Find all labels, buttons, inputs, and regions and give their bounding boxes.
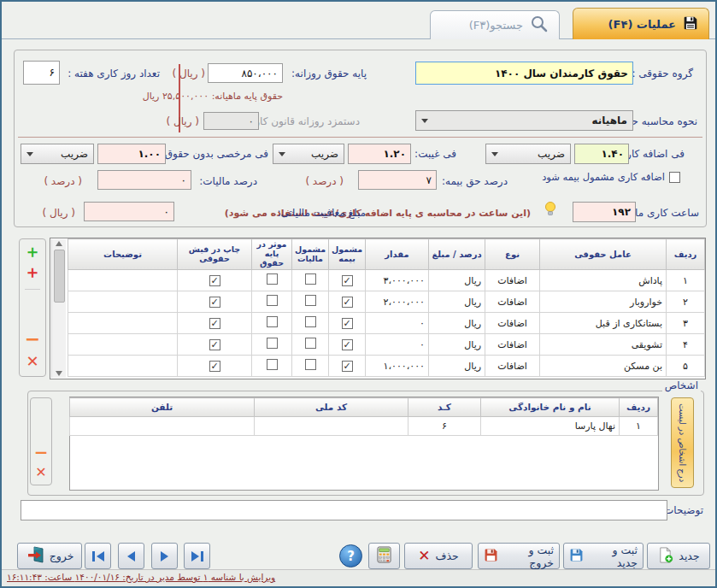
scroll-down-icon[interactable]: [56, 371, 62, 376]
row-num-cell[interactable]: ۳: [667, 313, 705, 334]
factor-amount-cell[interactable]: ۰: [366, 313, 429, 334]
unpaid-leave-input[interactable]: ۱.۰۰: [97, 144, 166, 164]
nav-last-button[interactable]: [184, 543, 210, 569]
person-row-num-cell[interactable]: ۱: [620, 417, 658, 436]
insurance-pct-input[interactable]: ۷: [358, 170, 437, 190]
daily-base-input[interactable]: ۸۵۰،۰۰۰: [208, 63, 283, 83]
taxable-cell[interactable]: [292, 291, 329, 313]
factor-type-cell[interactable]: اضافات: [485, 270, 540, 291]
person-phone-cell[interactable]: [70, 417, 255, 436]
factor-notes-cell[interactable]: [68, 270, 178, 291]
factor-type-cell[interactable]: اضافات: [485, 334, 540, 356]
insured-cell[interactable]: [329, 334, 366, 356]
factor-notes-cell[interactable]: [68, 334, 178, 356]
insert-persons-list-tab[interactable]: درج اشخاص در لیست: [671, 397, 694, 488]
taxable-checkbox[interactable]: [305, 273, 316, 285]
print-cell[interactable]: [178, 356, 252, 377]
factor-unit-cell[interactable]: ریال: [429, 270, 485, 291]
in-base-cell[interactable]: [252, 270, 292, 291]
factor-amount-cell[interactable]: ۱،۰۰۰،۰۰۰: [366, 356, 429, 377]
taxable-checkbox[interactable]: [305, 338, 316, 349]
taxable-checkbox[interactable]: [305, 316, 316, 327]
insured-cell[interactable]: [329, 313, 366, 334]
scroll-up-icon[interactable]: [56, 241, 62, 246]
calc-method-combo[interactable]: ماهیانه: [415, 110, 633, 131]
delete-all-rows-button[interactable]: ✕: [26, 354, 38, 369]
in-base-checkbox[interactable]: [267, 338, 278, 349]
print-checkbox[interactable]: [209, 318, 220, 329]
nav-next-button[interactable]: [151, 543, 178, 569]
print-cell[interactable]: [178, 291, 252, 313]
overtime-rate-input[interactable]: ۱.۴۰: [574, 144, 629, 164]
person-name-cell[interactable]: نهال پارسا: [481, 417, 620, 436]
insured-checkbox[interactable]: [342, 339, 353, 350]
factor-name-cell[interactable]: تشویقی: [540, 334, 667, 356]
delete-button[interactable]: حذف ✕: [404, 543, 473, 569]
absence-rate-input[interactable]: ۱.۲۰: [348, 144, 411, 164]
in-base-checkbox[interactable]: [267, 316, 278, 327]
calculator-button[interactable]: [368, 543, 400, 569]
tab-operations[interactable]: عملیات (F۴): [573, 8, 709, 39]
print-cell[interactable]: [178, 270, 252, 291]
factor-unit-cell[interactable]: ریال: [429, 291, 485, 313]
save-and-new-button[interactable]: ثبت و جدید: [563, 543, 644, 569]
tax-exempt-input[interactable]: ۰: [84, 202, 174, 221]
print-checkbox[interactable]: [209, 275, 220, 286]
print-checkbox[interactable]: [209, 361, 220, 372]
overtime-mode-combo[interactable]: ضریب: [485, 144, 571, 164]
taxable-checkbox[interactable]: [305, 359, 316, 370]
unpaid-leave-mode-combo[interactable]: ضریب: [21, 144, 94, 164]
overtime-insured-checkbox-row[interactable]: اضافه کاری مشمول بیمه شود: [542, 171, 680, 183]
print-checkbox[interactable]: [209, 297, 220, 308]
row-num-cell[interactable]: ۵: [667, 356, 705, 377]
notes-input[interactable]: [21, 500, 667, 520]
factor-name-cell[interactable]: پاداش: [540, 270, 667, 291]
insured-checkbox[interactable]: [342, 361, 353, 372]
factor-unit-cell[interactable]: ریال: [429, 313, 485, 334]
row-num-cell[interactable]: ۴: [667, 334, 705, 356]
save-and-exit-button[interactable]: ثبت و خروج: [478, 543, 560, 569]
factor-amount-cell[interactable]: ۳،۰۰۰،۰۰۰: [366, 270, 429, 291]
insured-checkbox[interactable]: [342, 275, 353, 286]
factor-name-cell[interactable]: خواروبار: [540, 291, 667, 313]
in-base-cell[interactable]: [252, 334, 292, 356]
factor-unit-cell[interactable]: ریال: [429, 334, 485, 356]
month-hours-input[interactable]: ۱۹۲: [573, 202, 636, 222]
taxable-cell[interactable]: [292, 270, 329, 291]
in-base-cell[interactable]: [252, 313, 292, 334]
insured-checkbox[interactable]: [342, 318, 353, 329]
nav-previous-button[interactable]: [118, 543, 144, 569]
factor-type-cell[interactable]: اضافات: [485, 313, 540, 334]
remove-person-button[interactable]: −: [34, 444, 49, 461]
factor-notes-cell[interactable]: [68, 356, 178, 377]
row-num-cell[interactable]: ۱: [667, 270, 705, 291]
overtime-insured-checkbox[interactable]: [669, 172, 680, 183]
in-base-checkbox[interactable]: [267, 295, 278, 306]
factor-unit-cell[interactable]: ریال: [429, 356, 485, 377]
insured-cell[interactable]: [329, 291, 366, 313]
exit-button[interactable]: خروج: [17, 543, 82, 569]
taxable-checkbox[interactable]: [305, 295, 316, 306]
factor-amount-cell[interactable]: ۲،۰۰۰،۰۰۰: [366, 291, 429, 313]
salary-group-input[interactable]: حقوق کارمندان سال ۱۴۰۰: [415, 62, 633, 85]
factors-scrollbar[interactable]: [51, 239, 66, 378]
person-code-cell[interactable]: ۶: [408, 417, 481, 436]
insured-cell[interactable]: [329, 356, 366, 377]
factor-amount-cell[interactable]: ۰: [366, 334, 429, 356]
factor-notes-cell[interactable]: [68, 291, 178, 313]
insured-checkbox[interactable]: [342, 297, 353, 308]
tax-pct-input[interactable]: ۰: [97, 170, 191, 190]
factor-name-cell[interactable]: بن مسکن: [540, 356, 667, 377]
factor-type-cell[interactable]: اضافات: [485, 356, 540, 377]
taxable-cell[interactable]: [292, 313, 329, 334]
row-num-cell[interactable]: ۲: [667, 291, 705, 313]
taxable-cell[interactable]: [292, 356, 329, 377]
in-base-checkbox[interactable]: [267, 273, 278, 285]
person-national-id-cell[interactable]: [255, 417, 408, 436]
print-cell[interactable]: [178, 313, 252, 334]
week-days-input[interactable]: ۶: [23, 61, 60, 85]
scrollbar-thumb[interactable]: [54, 250, 65, 303]
insured-cell[interactable]: [329, 270, 366, 291]
add-row-button[interactable]: ＋: [24, 243, 41, 260]
in-base-cell[interactable]: [252, 356, 292, 377]
